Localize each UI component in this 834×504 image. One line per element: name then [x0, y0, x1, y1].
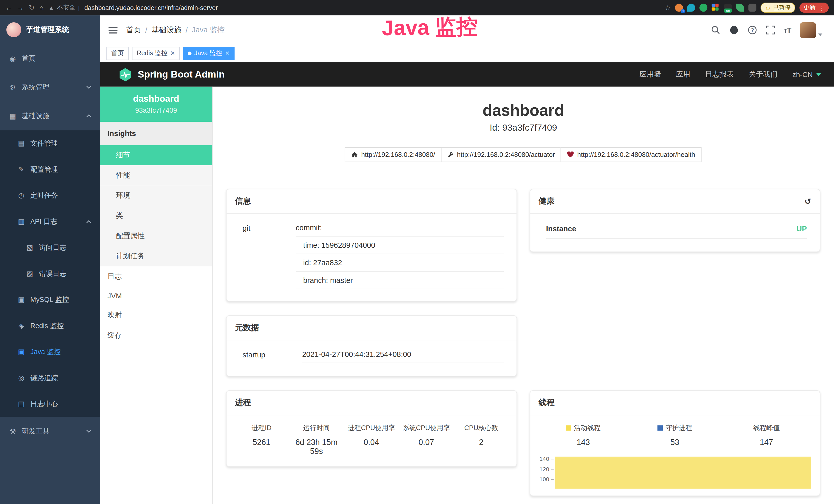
insights-item-scheduled-tasks[interactable]: 计划任务 [100, 246, 212, 267]
sba-nav-journal[interactable]: 日志报表 [705, 70, 734, 79]
live-threads-area [554, 457, 811, 488]
trace-icon: ◎ [17, 374, 25, 382]
paused-badge[interactable]: ☺ 已暂停 [761, 3, 795, 13]
extension-green-icon[interactable] [700, 4, 708, 12]
logo-avatar [6, 22, 21, 37]
stat-pid: 进程ID 5261 [234, 423, 289, 456]
font-size-icon[interactable]: ᴛT [784, 26, 791, 34]
insights-item-config-props[interactable]: 配置属性 [100, 226, 212, 246]
close-icon[interactable]: ✕ [225, 50, 230, 57]
infra-icon: ▦ [8, 112, 17, 120]
insights-item-metrics[interactable]: 性能 [100, 165, 212, 186]
database-icon: ▣ [17, 296, 25, 303]
fullscreen-icon[interactable] [766, 25, 775, 35]
sidebar-item-scheduled-jobs[interactable]: ◴ 定时任务 [0, 182, 100, 208]
health-card: 健康 ↺ Instance UP [529, 189, 820, 252]
forward-icon[interactable]: → [17, 4, 24, 11]
card-title: 元数据 [235, 323, 259, 333]
extension-on-icon[interactable]: on [724, 4, 732, 12]
svg-text:?: ? [751, 27, 754, 33]
sidebar-item-api-logs[interactable]: ▥ API 日志 [0, 208, 100, 234]
address-bar[interactable]: dashboard.yudao.iocoder.cn/infra/admin-s… [85, 4, 218, 12]
instance-id: Id: 93a3fc7f7409 [213, 123, 834, 133]
sba-nav-about[interactable]: 关于我们 [749, 70, 777, 79]
tools-icon: ⚒ [8, 427, 17, 435]
security-indicator[interactable]: ▲ 不安全 | [48, 4, 80, 12]
legend-peak-threads: 线程峰值 147 [721, 423, 812, 446]
sidebar-item-java-monitor[interactable]: ▣ Java 监控 [0, 339, 100, 365]
actuator-url-link[interactable]: http://192.168.0.2:48080/actuator [441, 147, 561, 162]
sidebar-item-infra[interactable]: ▦ 基础设施 [0, 102, 100, 131]
sidebar-item-home[interactable]: ◉ 首页 [0, 44, 100, 73]
app-logo[interactable]: 芋道管理系统 [0, 16, 100, 44]
search-icon[interactable] [711, 25, 720, 35]
sidebar-item-mysql-monitor[interactable]: ▣ MySQL 监控 [0, 287, 100, 313]
sidebar-item-mappings[interactable]: 映射 [100, 305, 212, 325]
sidebar-item-jvm[interactable]: JVM [100, 287, 212, 305]
hamburger-icon[interactable] [108, 27, 117, 33]
screen: ← → ↻ ⌂ ▲ 不安全 | dashboard.yudao.iocoder.… [0, 0, 834, 504]
github-icon[interactable] [729, 25, 739, 35]
tag-home[interactable]: 首页 [106, 47, 129, 60]
back-icon[interactable]: ← [5, 4, 12, 11]
card-title: 信息 [235, 196, 251, 206]
extension-drop-icon[interactable] [687, 4, 695, 12]
chevron-up-icon [86, 114, 91, 117]
reload-icon[interactable]: ↻ [29, 4, 35, 11]
instance-header[interactable]: dashboard 93a3fc7f7409 [100, 87, 212, 122]
legend-yellow-swatch [566, 426, 571, 431]
sidebar-item-loggers[interactable]: 日志 [100, 266, 212, 287]
sidebar-item-config-management[interactable]: ✎ 配置管理 [0, 156, 100, 182]
metadata-key: startup [242, 346, 302, 363]
chevron-down-icon [86, 86, 91, 89]
health-url-link[interactable]: http://192.168.0.2:48080/actuator/health [561, 147, 701, 162]
sidebar-item-dev-tools[interactable]: ⚒ 研发工具 [0, 417, 100, 446]
breadcrumb-infra[interactable]: 基础设施 [152, 25, 181, 35]
sba-nav-wallboard[interactable]: 应用墙 [640, 70, 661, 79]
active-dot [188, 52, 191, 55]
update-button[interactable]: 更新 ⋮ [799, 3, 829, 13]
extension-area: ☆ 1 on ☺ 已暂停 更新 ⋮ [665, 3, 829, 13]
sidebar-item-caches[interactable]: 缓存 [100, 325, 212, 346]
sidebar-item-access-logs[interactable]: ▧ 访问日志 [0, 234, 100, 260]
extension-grid-icon[interactable] [712, 4, 720, 12]
bookmark-star-icon[interactable]: ☆ [665, 4, 671, 11]
sba-navbar: Spring Boot Admin 应用墙 应用 日志报表 关于我们 zh-CN [100, 62, 834, 87]
close-icon[interactable]: ✕ [170, 50, 175, 57]
tag-java-monitor[interactable]: Java 监控 ✕ [183, 47, 235, 60]
extension-puzzle-icon[interactable] [748, 4, 756, 12]
stat-uptime: 运行时间 6d 23h 15m 59s [289, 423, 344, 456]
sidebar-item-file-management[interactable]: ▤ 文件管理 [0, 130, 100, 156]
access-log-icon: ▧ [25, 244, 34, 251]
sidebar-item-redis-monitor[interactable]: ◈ Redis 监控 [0, 313, 100, 339]
instance-details-page: dashboard Id: 93a3fc7f7409 http://192.16… [213, 87, 834, 504]
process-card: 进程 进程ID 5261 运行时间 6d 23h 15m 59s [226, 390, 517, 467]
breadcrumb-home[interactable]: 首页 [126, 25, 141, 35]
sidebar-item-log-center[interactable]: ▤ 日志中心 [0, 391, 100, 417]
locale-select[interactable]: zh-CN [792, 70, 821, 78]
sidebar-item-tracing[interactable]: ◎ 链路追踪 [0, 365, 100, 391]
chart-plot-area [553, 454, 814, 496]
user-menu[interactable] [800, 22, 822, 38]
extension-leaf-icon[interactable] [737, 4, 744, 12]
tag-redis-monitor[interactable]: Redis 监控 ✕ [132, 47, 180, 60]
admin-sidebar: 芋道管理系统 ◉ 首页 ⚙ 系统管理 ▦ 基础设施 [0, 16, 100, 504]
browser-menu-icon[interactable]: ⋮ [818, 4, 825, 12]
sidebar-item-system[interactable]: ⚙ 系统管理 [0, 73, 100, 102]
sba-brand[interactable]: Spring Boot Admin [118, 67, 225, 82]
error-log-icon: ▨ [25, 270, 34, 278]
sidebar-item-error-logs[interactable]: ▨ 错误日志 [0, 260, 100, 287]
insights-item-environment[interactable]: 环境 [100, 186, 212, 206]
threads-chart: 140 120 100 [534, 454, 814, 496]
insights-item-details[interactable]: 细节 [100, 145, 212, 165]
home-icon[interactable]: ⌂ [39, 4, 43, 11]
extension-orange-icon[interactable]: 1 [675, 4, 683, 12]
avatar[interactable] [800, 22, 816, 38]
insights-item-beans[interactable]: 类 [100, 206, 212, 226]
edit-icon: ✎ [17, 165, 25, 173]
service-url-link[interactable]: http://192.168.0.2:48080/ [345, 147, 441, 162]
help-icon[interactable]: ? [748, 25, 757, 35]
sba-nav-applications[interactable]: 应用 [676, 70, 690, 79]
wrench-icon [447, 152, 454, 158]
history-icon[interactable]: ↺ [805, 197, 811, 205]
